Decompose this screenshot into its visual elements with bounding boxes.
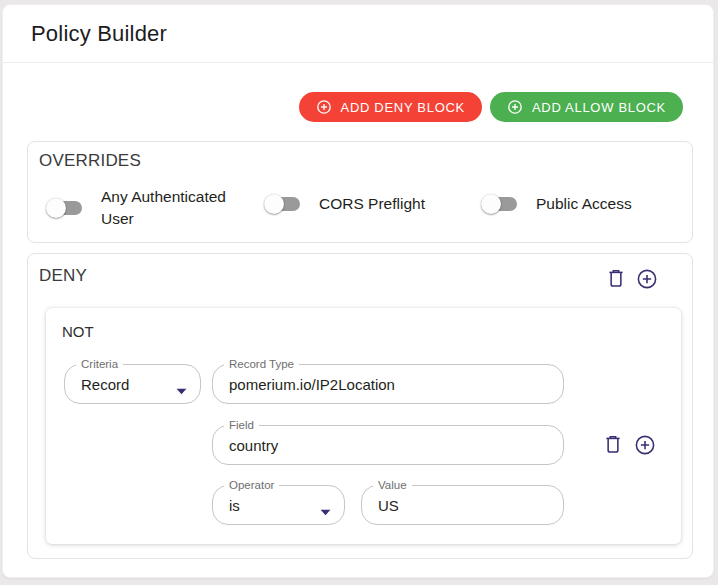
header: Policy Builder [3,5,713,63]
deny-title: DENY [39,266,87,286]
add-deny-block-button[interactable]: ADD DENY BLOCK [299,92,482,122]
plus-circle-icon [507,99,523,115]
toolbar: ADD DENY BLOCK ADD ALLOW BLOCK [299,92,683,122]
plus-circle-icon [636,268,660,290]
plus-circle-icon [316,99,332,115]
caret-down-icon [320,502,331,520]
toggle-group-public-access: Public Access [481,193,632,215]
add-allow-block-button[interactable]: ADD ALLOW BLOCK [490,92,683,122]
toggle-label: CORS Preflight [319,193,425,215]
deny-add-row-button[interactable] [636,267,660,291]
record-type-input[interactable] [213,365,563,403]
add-deny-label: ADD DENY BLOCK [341,100,465,115]
criteria-select[interactable]: Criteria Record [64,364,201,404]
trash-icon [605,268,629,290]
toggle-group-any-authenticated-user: Any Authenticated User [46,186,241,230]
value-input[interactable] [362,486,563,524]
deny-delete-button[interactable] [605,267,629,291]
add-allow-label: ADD ALLOW BLOCK [532,100,666,115]
deny-block-section: DENY NOT Criteria Record [27,253,693,559]
criteria-select-value: Record [81,365,129,403]
toggle-label: Any Authenticated User [101,186,241,230]
toggle-thumb [46,198,66,218]
operator-select[interactable]: Operator is [212,485,345,525]
record-type-field: Record Type [212,364,564,404]
policy-builder-card: Policy Builder ADD DENY BLOCK ADD ALLOW … [2,4,714,578]
page-title: Policy Builder [31,21,167,47]
not-group-card: NOT Criteria Record Record Type Field [46,308,681,544]
toggle-group-cors-preflight: CORS Preflight [264,193,425,215]
overrides-section: OVERRIDES Any Authenticated User CORS Pr… [27,141,693,243]
field-field: Field [212,425,564,465]
toggle-thumb [481,194,501,214]
public-access-toggle[interactable] [481,194,519,214]
plus-circle-icon [634,434,658,456]
value-field: Value [361,485,564,525]
criterion-delete-button[interactable] [602,433,626,457]
overrides-title: OVERRIDES [39,151,141,171]
operator-select-value: is [229,486,240,524]
trash-icon [602,434,626,456]
toggle-thumb [264,194,284,214]
cors-preflight-toggle[interactable] [264,194,302,214]
any-authenticated-user-toggle[interactable] [46,198,84,218]
not-group-label: NOT [62,323,94,340]
toggle-label: Public Access [536,193,632,215]
field-input[interactable] [213,426,563,464]
caret-down-icon [176,381,187,399]
criterion-add-button[interactable] [634,433,658,457]
